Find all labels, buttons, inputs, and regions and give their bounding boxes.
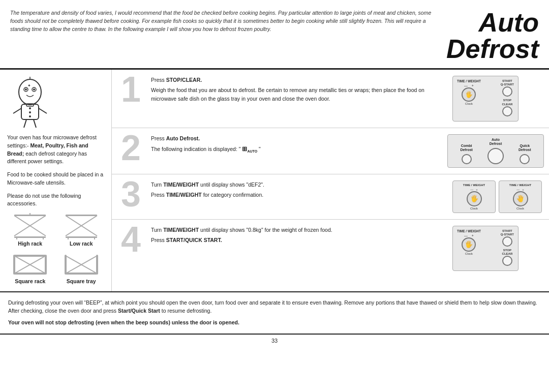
step4-line2-bold: START/QUICK START. (166, 237, 222, 243)
bottom-section: During defrosting your oven will “BEEP”,… (0, 292, 549, 335)
step-3-images: TIME / WEIGHT — + 🖐 Clock TIME / WEIGHT … (452, 180, 544, 213)
step-1-images: TIME / WEIGHT — + 🖐 Clock STARTQ-START (452, 76, 544, 122)
step2-title-bold: Auto Defrost. (166, 135, 200, 141)
step-1-row: 1 Press STOP/CLEAR. Weigh the food that … (112, 70, 549, 128)
page-number: 33 (271, 338, 278, 344)
svg-rect-41 (96, 255, 98, 275)
high-rack-icon (12, 213, 48, 239)
defrost-panel: CombiDefrost AutoDefrost QuickDefrost (447, 134, 544, 168)
step2-title-plain: Press (151, 135, 166, 141)
step-4-content: Turn TIME/WEIGHT until display shows "0.… (147, 226, 452, 247)
low-rack-label: Low rack (58, 240, 105, 247)
square-rack-icon (12, 251, 48, 277)
combi-defrost-col: CombiDefrost (452, 144, 481, 164)
low-rack-icon (63, 213, 100, 239)
svg-point-15 (29, 111, 31, 113)
svg-line-12 (24, 119, 26, 128)
start-quick-panel: TIME / WEIGHT — + 🖐 Clock STARTQ-START (452, 226, 518, 272)
step3-line1-bold: TIME/WEIGHT (163, 182, 199, 188)
steps-column: 1 Press STOP/CLEAR. Weigh the food that … (112, 70, 549, 291)
step3-line1-suffix: until display shows "dEF2". (199, 182, 264, 188)
step1-body: Weigh the food that you are about to def… (151, 86, 448, 103)
quick-defrost-label: QuickDefrost (510, 144, 539, 153)
svg-rect-40 (65, 255, 67, 275)
left-intro: Your oven has four microwave defrost set… (7, 134, 104, 166)
step-2-content: Press Auto Defrost. The following indica… (147, 134, 447, 157)
step-4-images: TIME / WEIGHT — + 🖐 Clock STARTQ-START (452, 226, 544, 272)
high-rack-label: High rack (7, 240, 53, 247)
dial-panel-1: TIME / WEIGHT — + 🖐 Clock (452, 180, 496, 213)
step-1-content: Press STOP/CLEAR. Weigh the food that yo… (147, 76, 452, 105)
step-2-row: 2 Press Auto Defrost. The following indi… (112, 128, 549, 174)
step-4-row: 4 Turn TIME/WEIGHT until display shows "… (112, 220, 549, 278)
step3-line2-bold: TIME/WEIGHT (166, 192, 202, 198)
svg-rect-20 (14, 215, 46, 216)
svg-rect-36 (45, 255, 47, 275)
svg-rect-28 (66, 236, 97, 238)
combi-defrost-label: CombiDefrost (452, 144, 481, 153)
step1-title-bold: STOP/CLEAR. (166, 77, 202, 83)
svg-point-14 (29, 107, 31, 109)
step1-title-plain: Press (151, 77, 166, 83)
svg-text:✦: ✦ (27, 83, 31, 88)
quick-defrost-col: QuickDefrost (510, 144, 539, 164)
bottom-para1: During defrosting your oven will “BEEP”,… (8, 298, 541, 315)
bottom-link: Start/Quick Start (118, 308, 160, 314)
header: The temperature and density of food vari… (0, 0, 549, 70)
auto-defrost-col: AutoDefrost (481, 138, 510, 164)
page-footer: 33 (0, 335, 549, 347)
square-rack-label: Square rack (7, 278, 53, 284)
step3-line1-plain: Turn (151, 182, 163, 188)
title-defrost: Defrost (446, 36, 539, 62)
svg-line-11 (39, 108, 47, 113)
title-auto: Auto (446, 9, 539, 36)
step4-line1-bold: TIME/WEIGHT (163, 227, 199, 233)
left-column: ✦ Your oven has four microwave defrost s… (0, 70, 112, 291)
auto-defrost-label: AutoDefrost (481, 138, 510, 146)
svg-rect-21 (14, 236, 46, 238)
step3-line2-plain: Press (151, 192, 166, 198)
low-rack-item: Low rack (58, 213, 105, 247)
title-block: Auto Defrost (446, 9, 539, 62)
step-4-number: 4 (117, 222, 145, 257)
step2-indication: The following indication is displayed: "… (151, 144, 443, 155)
svg-rect-34 (14, 273, 46, 275)
dial-panel-2: TIME / WEIGHT — + 🖐 Clock (499, 180, 542, 213)
step-3-number: 3 (117, 176, 145, 212)
bottom-para2: Your oven will not stop defrosting (even… (8, 318, 541, 326)
step-1-number: 1 (117, 72, 145, 107)
square-rack-item: Square rack (7, 251, 53, 284)
header-text: The temperature and density of food vari… (10, 9, 446, 33)
step-3-row: 3 Turn TIME/WEIGHT until display shows "… (112, 174, 549, 220)
step-2-images: CombiDefrost AutoDefrost QuickDefrost (447, 134, 544, 168)
accessories-grid: High rack Low rack (7, 213, 104, 284)
main-content: ✦ Your oven has four microwave defrost s… (0, 70, 549, 292)
svg-point-3 (25, 88, 27, 91)
svg-line-13 (34, 119, 36, 128)
stop-clear-panel: TIME / WEIGHT — + 🖐 Clock STARTQ-START (452, 76, 518, 122)
svg-point-4 (33, 88, 35, 91)
svg-rect-39 (66, 273, 97, 275)
step-3-content: Turn TIME/WEIGHT until display shows "dE… (147, 180, 452, 201)
mascot-icon: ✦ (7, 77, 53, 133)
svg-rect-27 (66, 215, 97, 216)
left-accessories-note: Please do not use the following accessor… (7, 192, 104, 208)
high-rack-item: High rack (7, 213, 53, 247)
square-tray-icon (63, 251, 100, 277)
square-tray-item: Square tray (58, 251, 105, 284)
svg-point-16 (29, 115, 31, 117)
step4-line2-plain: Press (151, 237, 166, 243)
left-food-note: Food to be cooked should be placed in a … (7, 171, 104, 187)
step-2-number: 2 (117, 130, 145, 166)
square-tray-label: Square tray (58, 278, 105, 284)
step4-line1-plain: Turn (151, 227, 163, 233)
svg-rect-33 (14, 255, 46, 257)
step3-line2-suffix: for category confirmation. (202, 192, 263, 198)
svg-line-10 (13, 108, 21, 113)
step4-line1-suffix: until display shows "0.8kg" for the weig… (199, 227, 332, 233)
svg-rect-35 (13, 255, 15, 275)
